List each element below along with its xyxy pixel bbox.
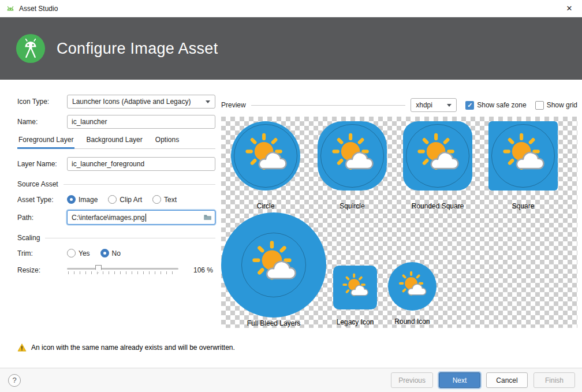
dialog-header: Configure Image Asset <box>0 17 582 80</box>
window-title: Asset Studio <box>19 5 58 13</box>
tab-background-layer[interactable]: Background Layer <box>85 136 143 148</box>
radio-trim-yes[interactable]: Yes <box>67 249 90 257</box>
folder-icon <box>203 213 212 222</box>
source-asset-heading: Source Asset <box>17 180 58 188</box>
icon-type-label: Icon Type: <box>17 98 67 106</box>
icon-type-select[interactable]: Launcher Icons (Adaptive and Legacy) <box>67 95 215 109</box>
radio-trim-no[interactable]: No <box>100 249 121 257</box>
radio-text[interactable]: Text <box>152 195 177 204</box>
preview-item-rounded-square: Rounded Square <box>403 121 472 210</box>
radio-image[interactable]: Image <box>67 195 98 204</box>
preview-label: Legacy Icon <box>337 318 374 326</box>
tab-foreground-layer[interactable]: Foreground Layer <box>17 136 74 148</box>
section-divider <box>64 184 215 185</box>
launcher-icon-square <box>488 121 558 191</box>
radio-yes-label: Yes <box>79 249 90 257</box>
show-safe-zone-label: Show safe zone <box>477 101 526 109</box>
dialog-buttons: Previous Next Cancel Finish <box>391 372 575 388</box>
preview-label: Rounded Square <box>412 202 464 210</box>
density-select[interactable]: xhdpi <box>411 98 457 112</box>
show-safe-zone-checkbox[interactable]: ✓ Show safe zone <box>465 101 526 110</box>
radio-dot-icon <box>67 249 76 257</box>
resize-label: Resize: <box>17 266 67 274</box>
radio-text-label: Text <box>164 196 177 204</box>
icon-type-value: Launcher Icons (Adaptive and Legacy) <box>72 98 202 106</box>
radio-dot-icon <box>108 195 117 204</box>
preview-item-circle: Circle <box>231 121 300 210</box>
footer-bar: ? Previous Next Cancel Finish <box>0 368 582 392</box>
show-grid-label: Show grid <box>547 101 577 109</box>
warning-icon <box>17 343 27 352</box>
radio-dot-icon <box>152 195 161 204</box>
asset-studio-window: Asset Studio ✕ Configure Image Asset Ico <box>0 0 582 392</box>
launcher-icon-full-bleed <box>221 212 326 318</box>
finish-button: Finish <box>534 372 575 388</box>
main-content: Icon Type: Launcher Icons (Adaptive and … <box>0 80 582 338</box>
text-caret <box>146 214 146 222</box>
previous-button: Previous <box>391 372 433 388</box>
trim-label: Trim: <box>17 249 67 257</box>
checkbox-checked-icon: ✓ <box>465 101 474 110</box>
radio-dot-icon <box>67 195 76 204</box>
launcher-icon-legacy <box>333 266 377 309</box>
preview-item-squircle: Squircle <box>318 121 387 210</box>
density-value: xhdpi <box>416 101 443 109</box>
asset-type-group: Image Clip Art Text <box>67 195 215 204</box>
scaling-heading: Scaling <box>17 234 40 242</box>
launcher-icon-round <box>388 262 436 311</box>
radio-clip-art-label: Clip Art <box>120 196 142 204</box>
preview-panel: Preview xhdpi ✓ Show safe zone Show grid <box>221 80 582 338</box>
close-icon[interactable]: ✕ <box>557 0 582 17</box>
tab-options[interactable]: Options <box>154 136 180 148</box>
preview-item-round: Round Icon <box>378 262 447 326</box>
title-bar: Asset Studio ✕ <box>0 0 582 17</box>
chevron-down-icon <box>447 104 452 107</box>
warning-row: An icon with the same name already exist… <box>0 338 582 368</box>
slider-ticks <box>68 271 177 274</box>
preview-header: Preview xhdpi ✓ Show safe zone Show grid <box>221 98 577 112</box>
name-label: Name: <box>17 118 67 126</box>
preview-item-full-bleed: Full Bleed Layers <box>221 212 326 327</box>
help-button[interactable]: ? <box>8 374 21 387</box>
path-value: C:\interface\images.png <box>72 214 145 222</box>
path-input[interactable]: C:\interface\images.png <box>67 210 215 225</box>
launcher-icon-rounded-square <box>403 121 472 191</box>
trim-group: Yes No <box>67 249 215 257</box>
path-label: Path: <box>17 214 67 222</box>
config-panel: Icon Type: Launcher Icons (Adaptive and … <box>0 80 221 338</box>
preview-divider <box>251 105 406 106</box>
preview-heading: Preview <box>221 101 246 109</box>
layer-tabs: Foreground Layer Background Layer Option… <box>17 136 215 149</box>
next-button[interactable]: Next <box>439 372 480 388</box>
show-grid-checkbox[interactable]: Show grid <box>535 101 577 110</box>
warning-text: An icon with the same name already exist… <box>31 343 235 352</box>
radio-clip-art[interactable]: Clip Art <box>108 195 142 204</box>
asset-type-label: Asset Type: <box>17 196 67 204</box>
preview-label: Round Icon <box>394 318 430 326</box>
preview-item-square: Square <box>488 121 558 210</box>
radio-dot-icon <box>100 249 109 257</box>
layer-name-input[interactable] <box>67 157 215 171</box>
section-divider <box>45 238 215 238</box>
page-title: Configure Image Asset <box>57 40 218 58</box>
cancel-button[interactable]: Cancel <box>486 372 528 388</box>
name-input[interactable] <box>67 115 215 129</box>
radio-image-label: Image <box>79 196 98 204</box>
android-studio-logo-icon <box>15 33 46 64</box>
preview-label: Square <box>512 202 535 210</box>
android-icon <box>6 4 15 13</box>
slider-track <box>67 268 178 270</box>
chevron-down-icon <box>206 100 210 103</box>
preview-label: Circle <box>257 202 275 210</box>
launcher-icon-squircle <box>318 121 387 191</box>
preview-canvas: Circle Squircle Rounded Square <box>221 117 577 328</box>
resize-slider[interactable] <box>67 264 178 277</box>
browse-folder-button[interactable] <box>200 211 215 224</box>
resize-value: 106 % <box>185 266 215 274</box>
preview-label: Full Bleed Layers <box>247 319 301 327</box>
radio-no-label: No <box>112 249 121 257</box>
preview-label: Squircle <box>339 202 364 210</box>
checkbox-unchecked-icon <box>535 101 544 110</box>
layer-name-label: Layer Name: <box>17 160 67 168</box>
launcher-icon-circle <box>231 121 300 191</box>
